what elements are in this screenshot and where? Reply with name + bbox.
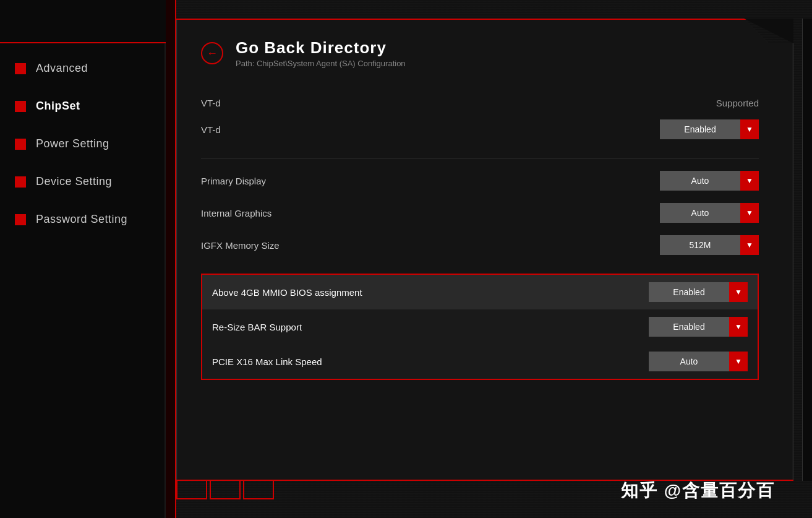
watermark: 知乎 @含量百分百 <box>621 479 775 503</box>
vt-d-label: VT-d <box>201 124 221 135</box>
go-back-path: Path: ChipSet\System Agent (SA) Configur… <box>236 59 406 68</box>
pcie-dropdown[interactable]: Auto ▼ <box>649 352 748 371</box>
igfx-memory-dropdown[interactable]: 512M ▼ <box>660 235 759 255</box>
resize-bar-label: Re-Size BAR Support <box>212 322 302 332</box>
sidebar-label-device: Device Setting <box>36 175 112 188</box>
pcie-row: PCIE X16 Max Link Speed Auto ▼ <box>202 344 758 379</box>
above-4gb-dropdown[interactable]: Enabled ▼ <box>649 282 748 302</box>
sidebar-indicator-device <box>15 176 26 188</box>
vt-d-row: VT-d Enabled ▼ <box>201 113 759 145</box>
primary-display-value: Auto <box>660 176 740 186</box>
pcie-value: Auto <box>649 356 729 366</box>
go-back-title: Go Back Directory <box>236 38 406 58</box>
sidebar-item-password-setting[interactable]: Password Setting <box>0 201 165 238</box>
sidebar-label-advanced: Advanced <box>36 62 88 75</box>
sidebar-indicator-chipset <box>15 101 26 112</box>
pcie-label: PCIE X16 Max Link Speed <box>212 356 322 367</box>
above-4gb-arrow: ▼ <box>729 282 748 302</box>
internal-graphics-dropdown[interactable]: Auto ▼ <box>660 203 759 223</box>
sidebar-indicator-advanced <box>15 63 26 74</box>
sidebar-item-power-setting[interactable]: Power Setting <box>0 125 165 163</box>
internal-graphics-arrow: ▼ <box>740 203 759 223</box>
above-4gb-value: Enabled <box>649 287 729 297</box>
right-scrollbar[interactable] <box>802 19 812 481</box>
sidebar: Advanced ChipSet Power Setting Device Se… <box>0 0 166 518</box>
above-4gb-row: Above 4GB MMIO BIOS assignment Enabled ▼ <box>202 275 758 309</box>
vt-d-arrow: ▼ <box>740 119 759 139</box>
vt-d-dropdown[interactable]: Enabled ▼ <box>660 119 759 139</box>
content-area: ← Go Back Directory Path: ChipSet\System… <box>176 20 784 480</box>
footer-zigzag <box>176 481 274 499</box>
highlighted-section: Above 4GB MMIO BIOS assignment Enabled ▼… <box>201 274 759 380</box>
above-4gb-label: Above 4GB MMIO BIOS assignment <box>212 287 362 298</box>
go-back-section: ← Go Back Directory Path: ChipSet\System… <box>201 38 759 68</box>
vt-d-info-row: VT-d Supported <box>201 93 759 113</box>
sidebar-item-device-setting[interactable]: Device Setting <box>0 163 165 201</box>
go-back-text: Go Back Directory Path: ChipSet\System A… <box>236 38 406 68</box>
zag-1 <box>176 481 207 499</box>
vt-d-value: Enabled <box>660 124 740 134</box>
internal-graphics-value: Auto <box>660 208 740 218</box>
igfx-memory-arrow: ▼ <box>740 235 759 255</box>
sidebar-indicator-power <box>15 139 26 150</box>
left-accent <box>166 0 176 518</box>
sidebar-label-chipset: ChipSet <box>36 100 80 113</box>
igfx-memory-row: IGFX Memory Size 512M ▼ <box>201 229 759 261</box>
vt-d-info-label: VT-d <box>201 98 221 108</box>
back-button[interactable]: ← <box>201 42 223 64</box>
vt-section: VT-d Supported VT-d Enabled ▼ <box>201 93 759 145</box>
sidebar-top-deco <box>0 0 166 43</box>
zag-3 <box>243 481 274 499</box>
resize-bar-dropdown[interactable]: Enabled ▼ <box>649 317 748 337</box>
internal-graphics-row: Internal Graphics Auto ▼ <box>201 197 759 229</box>
sidebar-indicator-password <box>15 214 26 225</box>
sidebar-item-chipset[interactable]: ChipSet <box>0 87 165 125</box>
resize-bar-row: Re-Size BAR Support Enabled ▼ <box>202 309 758 344</box>
primary-display-arrow: ▼ <box>740 171 759 191</box>
sidebar-item-advanced[interactable]: Advanced <box>0 50 165 87</box>
divider-1 <box>201 158 759 158</box>
primary-display-label: Primary Display <box>201 176 266 186</box>
primary-display-dropdown[interactable]: Auto ▼ <box>660 171 759 191</box>
resize-bar-value: Enabled <box>649 322 729 332</box>
resize-bar-arrow: ▼ <box>729 317 748 337</box>
vt-d-info-value: Supported <box>716 98 759 108</box>
sidebar-label-power: Power Setting <box>36 137 109 150</box>
primary-display-row: Primary Display Auto ▼ <box>201 165 759 197</box>
pcie-arrow: ▼ <box>729 352 748 371</box>
igfx-memory-label: IGFX Memory Size <box>201 240 280 251</box>
internal-graphics-label: Internal Graphics <box>201 208 271 218</box>
zag-2 <box>210 481 241 499</box>
igfx-memory-value: 512M <box>660 240 740 250</box>
sidebar-label-password: Password Setting <box>36 213 127 226</box>
footer-deco <box>176 481 274 499</box>
display-section: Primary Display Auto ▼ Internal Graphics… <box>201 165 759 261</box>
